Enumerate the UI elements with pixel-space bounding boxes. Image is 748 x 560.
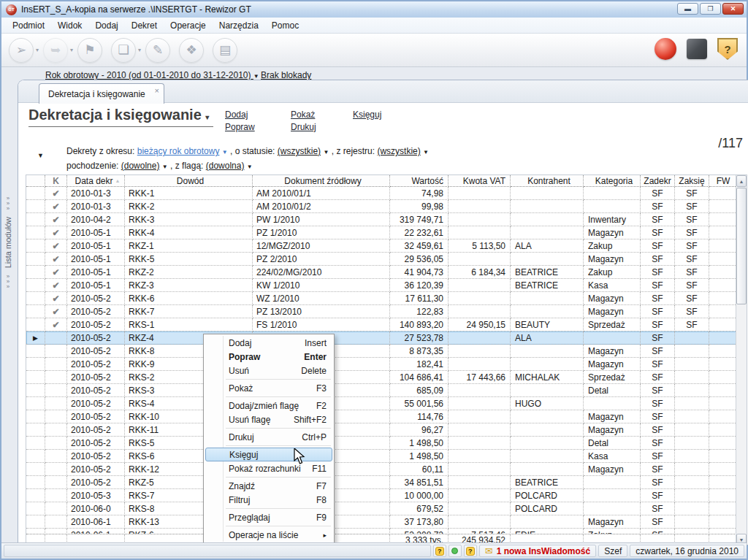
- column-header-ind[interactable]: [26, 175, 45, 187]
- table-row[interactable]: ✔2010-05-1RKK-5PZ 2/201029 536,05Magazyn…: [26, 253, 747, 266]
- menu-item-dodaj[interactable]: DodajInsert: [205, 336, 332, 350]
- link-pokaz[interactable]: Pokaż: [291, 110, 315, 120]
- select-tool-button[interactable]: ➢: [9, 38, 34, 63]
- menu-pomoc[interactable]: Pomoc: [265, 18, 305, 33]
- table-row[interactable]: 2010-05-2RKK-10114,76MagazynSF: [26, 410, 747, 423]
- table-row[interactable]: ✔2010-05-2RKS-1FS 1/2010140 893,2024 950…: [26, 318, 747, 331]
- table-row[interactable]: 2010-06-1RKZ-653 208,727 517,46EDIEZakup…: [26, 529, 747, 534]
- menu-item-pokaż[interactable]: PokażF3: [205, 381, 332, 395]
- table-row[interactable]: 2010-05-2RKK-88 873,35MagazynSF: [26, 345, 747, 358]
- link-popraw[interactable]: Popraw: [225, 122, 255, 132]
- menu-item-pokaż-rozrachunki[interactable]: Pokaż rozrachunkiF11: [205, 461, 332, 475]
- menu-item-filtruj[interactable]: FiltrujF8: [205, 493, 332, 507]
- table-row[interactable]: ▶2010-05-2RKZ-4wypłata27 523,78ALASF: [26, 331, 747, 345]
- chevron-down-icon[interactable]: ▼: [247, 164, 253, 170]
- table-row[interactable]: ✔2010-01-3RKK-2AM 2010/01/299,98SFSF: [26, 200, 747, 213]
- scrollbar-thumb[interactable]: [736, 188, 747, 304]
- link-drukuj[interactable]: Drukuj: [291, 122, 316, 132]
- menu-item-usuń-flagę[interactable]: Usuń flagęShift+F2: [205, 413, 332, 426]
- table-row[interactable]: ✔2010-05-2RKK-6WZ 1/201017 611,30Magazyn…: [26, 292, 747, 305]
- column-header-zaksie[interactable]: Zaksię: [675, 175, 709, 187]
- filter-collapse-icon[interactable]: ▼: [37, 152, 44, 159]
- table-row[interactable]: 2010-05-2RKS-51 498,50DetalSF: [26, 437, 747, 450]
- tab-dekretacja[interactable]: Dekretacja i księgowanie ×: [39, 83, 164, 104]
- table-row[interactable]: 2010-05-2RKZ-534 851,51BEATRICESF: [26, 476, 747, 489]
- menu-item-księguj[interactable]: Księguj: [205, 448, 332, 461]
- table-row[interactable]: ✔2010-01-3RKK-1AM 2010/01/174,98SFSF: [26, 187, 747, 200]
- link-ksieguj[interactable]: Księguj: [353, 110, 381, 120]
- menu-item-drukuj[interactable]: DrukujCtrl+P: [205, 430, 332, 444]
- table-row[interactable]: ✔2010-05-1RKZ-112/MGZ/201032 459,615 113…: [26, 239, 747, 253]
- menu-narzedzia[interactable]: Narzędzia: [213, 18, 265, 33]
- vertical-scrollbar[interactable]: ▲ ▼: [736, 175, 747, 545]
- filter-origin-value[interactable]: (dowolne): [121, 161, 160, 171]
- menu-dekret[interactable]: Dekret: [125, 18, 164, 33]
- stamp-tool-button[interactable]: ❖: [179, 38, 204, 63]
- filter-flag-value[interactable]: (dowolna): [206, 161, 245, 171]
- edit-tool-button[interactable]: ✎: [145, 38, 170, 63]
- table-row[interactable]: ✔2010-05-2RKK-7PZ 13/2010122,83MagazynSF…: [26, 305, 747, 318]
- filter-register-value[interactable]: (wszystkie): [377, 146, 420, 156]
- user-cell[interactable]: Szef: [598, 545, 627, 557]
- minimize-button[interactable]: ▬: [677, 3, 698, 15]
- table-row[interactable]: ✔2010-05-1RKZ-3KW 1/201036 120,39BEATRIC…: [26, 279, 747, 292]
- filter-period-value[interactable]: bieżący rok obrotowy: [137, 146, 220, 156]
- menu-operacje[interactable]: Operacje: [164, 18, 213, 33]
- menu-item-przeglądaj[interactable]: PrzeglądajF9: [205, 510, 332, 524]
- table-row[interactable]: 2010-05-2RKS-455 001,56HUGOSF: [26, 397, 747, 410]
- table-row[interactable]: ✔2010-05-1RKZ-2224/02/MG/201041 904,736 …: [26, 266, 747, 279]
- close-button[interactable]: ✕: [722, 3, 744, 15]
- table-row[interactable]: 2010-05-2RKK-1260,11MagazynSF: [26, 463, 747, 476]
- table-row[interactable]: 2010-05-2RKS-61 498,50KasaSF: [26, 450, 747, 463]
- filter-status-value[interactable]: (wszystkie): [278, 146, 321, 156]
- menu-dodaj[interactable]: Dodaj: [88, 18, 124, 33]
- table-row[interactable]: 2010-05-2RKS-3685,09DetalSF: [26, 384, 747, 397]
- insert-sphere-icon[interactable]: [654, 38, 676, 60]
- fiscal-year-selector[interactable]: Rok obrotowy - 2010 (od 01-01-2010 do 31…: [45, 70, 259, 80]
- menu-item-popraw[interactable]: PoprawEnter: [205, 350, 332, 364]
- menu-widok[interactable]: Widok: [51, 18, 88, 33]
- tab-close-icon[interactable]: ×: [155, 86, 159, 95]
- help-question-icon[interactable]: ?: [433, 545, 446, 557]
- table-row[interactable]: 2010-06-1RKK-1337 173,80MagazynSF: [26, 515, 747, 529]
- table-row[interactable]: 2010-05-2RKK-1196,27MagazynSF: [26, 423, 747, 437]
- chevron-down-icon[interactable]: ▼: [222, 149, 228, 156]
- chevron-down-icon[interactable]: ▼: [162, 164, 168, 170]
- title-bar[interactable]: GT InsERT_S_A-kopia na serwerze .\INSERT…: [1, 1, 747, 18]
- column-header-wart[interactable]: Wartość: [390, 175, 449, 187]
- column-header-zadekr[interactable]: Zadekr: [641, 175, 675, 187]
- column-header-kat[interactable]: Kategoria: [584, 175, 641, 187]
- lock-status-link[interactable]: Brak blokady: [261, 70, 311, 80]
- module-strip[interactable]: » » » Lista modułów » » »: [3, 196, 13, 394]
- chevron-down-icon[interactable]: ▼: [423, 149, 429, 156]
- menu-item-usuń[interactable]: UsuńDelete: [205, 364, 332, 377]
- menu-podmiot[interactable]: Podmiot: [6, 18, 51, 33]
- print-tool-button[interactable]: ▤: [213, 38, 237, 63]
- flag-tool-button[interactable]: ⚑: [77, 38, 102, 63]
- column-header-vat[interactable]: Kwota VAT: [449, 175, 511, 187]
- column-header-fw[interactable]: FW: [709, 175, 737, 187]
- inswiadomosc-cell[interactable]: ✉ 1 nowa InsWiadomość: [479, 545, 597, 557]
- scroll-up-button[interactable]: ▲: [736, 175, 747, 187]
- help-question-icon[interactable]: ?: [464, 545, 477, 557]
- table-row[interactable]: 2010-05-3RKS-710 000,00POLCARDSF: [26, 489, 747, 502]
- table-row[interactable]: 2010-06-0RKS-8679,52POLCARDSF: [26, 502, 747, 515]
- link-dodaj[interactable]: Dodaj: [225, 110, 248, 120]
- column-header-dowod[interactable]: Dowód: [125, 175, 253, 187]
- restore-button[interactable]: ❐: [700, 3, 721, 15]
- table-row[interactable]: ✔2010-04-2RKK-3PW 1/2010319 749,71Inwent…: [26, 213, 747, 226]
- help-shield-icon[interactable]: ?: [717, 38, 738, 60]
- new-document-tool-button[interactable]: ❏: [111, 38, 136, 63]
- menu-item-dodaj-zmień-flagę[interactable]: Dodaj/zmień flagęF2: [205, 399, 332, 413]
- select-tool-dropdown-icon[interactable]: ▾: [36, 47, 39, 53]
- new-document-tool-dropdown-icon[interactable]: ▾: [138, 47, 141, 53]
- menu-item-operacje-na-liście[interactable]: Operacje na liście▸: [205, 528, 332, 542]
- menu-item-znajdź[interactable]: ZnajdźF7: [205, 479, 332, 493]
- table-row[interactable]: ✔2010-05-1RKK-4PZ 1/201022 232,61Magazyn…: [26, 226, 747, 239]
- page-title[interactable]: Dekretacja i księgowanie ▾: [28, 107, 213, 127]
- column-header-date[interactable]: Data dekr▲: [67, 175, 125, 187]
- column-header-kontr[interactable]: Kontrahent: [511, 175, 584, 187]
- column-header-dok[interactable]: Dokument źródłowy: [253, 175, 390, 187]
- table-row[interactable]: 2010-05-2RKS-2104 686,4117 443,66MICHALA…: [26, 371, 747, 384]
- modules-cube-icon[interactable]: [687, 39, 707, 59]
